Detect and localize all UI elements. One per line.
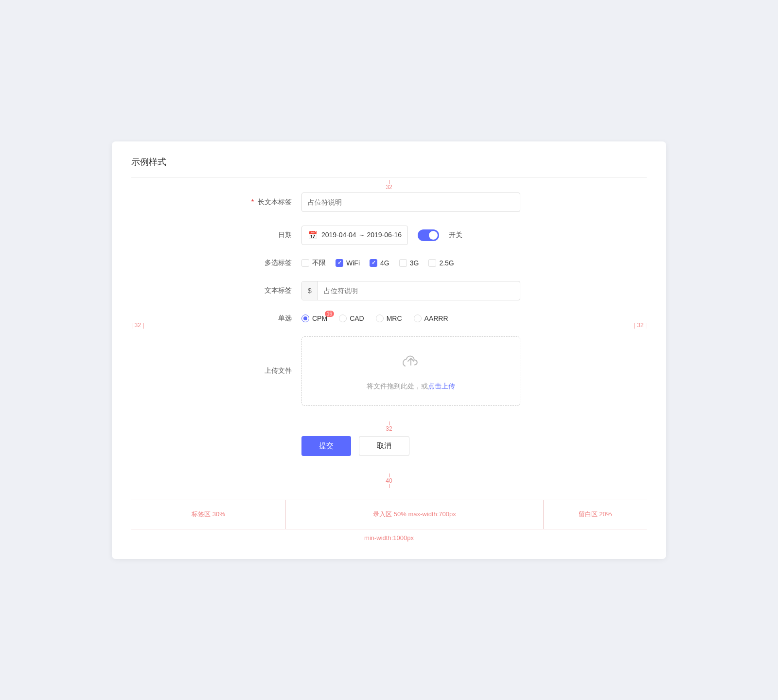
button-row: 提交 取消	[301, 436, 520, 456]
checkbox-unlimited[interactable]: 不限	[301, 259, 326, 267]
radio-circle-aarrr	[414, 315, 422, 322]
form-content: | 32 | | 32 | * 长文本标签 日期	[131, 192, 647, 458]
text-input-control: $	[301, 281, 520, 300]
submit-button[interactable]: 提交	[301, 436, 351, 456]
date-control: 📅 2019-04-04 ～ 2019-06-16 开关	[301, 226, 520, 245]
checkbox-4g[interactable]: 4G	[370, 259, 389, 267]
radio-label-cad: CAD	[350, 315, 364, 322]
radio-group: CPM 16 CAD MRC AARRR	[301, 315, 520, 322]
radio-circle-cpm	[301, 315, 309, 322]
checkbox-3g[interactable]: 3G	[399, 259, 419, 267]
radio-aarrr[interactable]: AARRR	[414, 315, 448, 322]
buttons-control: 提交 取消	[301, 434, 520, 458]
text-input-row: 文本标签 $	[170, 281, 608, 300]
date-row: 日期 📅 2019-04-04 ～ 2019-06-16 开关	[170, 226, 608, 245]
calendar-icon: 📅	[308, 230, 318, 240]
radio-label: 单选	[170, 314, 301, 323]
checkbox-box-unlimited	[301, 259, 309, 267]
radio-label-mrc: MRC	[387, 315, 402, 322]
checkbox-box-3g	[399, 259, 407, 267]
toggle-switch[interactable]	[418, 229, 439, 241]
toggle-label: 开关	[449, 231, 462, 240]
checkbox-group: 不限 WiFi 4G 3G	[301, 259, 520, 267]
radio-control: CPM 16 CAD MRC AARRR	[301, 315, 520, 322]
buttons-row: 提交 取消	[170, 434, 608, 458]
layout-row: 标签区 30% 录入区 50% max-width:700px 留白区 20%	[131, 500, 647, 529]
upload-row: 上传文件 将文件拖到此处，或点击上传	[170, 336, 608, 406]
layout-label30: 标签区 30%	[131, 500, 286, 529]
date-label: 日期	[170, 231, 301, 240]
prefix-text-input[interactable]	[318, 287, 520, 295]
cancel-button[interactable]: 取消	[359, 436, 409, 456]
layout-info: 标签区 30% 录入区 50% max-width:700px 留白区 20%	[131, 500, 647, 529]
spacing-bottom: 40	[131, 472, 647, 490]
checkbox-label: 多选标签	[170, 259, 301, 267]
checkbox-2.5g[interactable]: 2.5G	[428, 259, 454, 267]
page-title: 示例样式	[131, 156, 647, 168]
left-indicator: | 32 |	[131, 322, 144, 329]
right-indicator: | 32 |	[634, 322, 647, 329]
radio-circle-cad	[339, 315, 347, 322]
checkbox-label-2.5g: 2.5G	[439, 259, 454, 267]
inner-card: 32 | 32 | | 32 | * 长文本标签	[131, 177, 647, 544]
date-toggle-area: 📅 2019-04-04 ～ 2019-06-16 开关	[301, 226, 520, 245]
required-star: *	[251, 198, 254, 206]
prefix-input-wrapper: $	[301, 281, 520, 300]
checkbox-row: 多选标签 不限 WiFi 4G	[170, 259, 608, 267]
radio-circle-mrc	[376, 315, 384, 322]
text-input-label: 文本标签	[170, 286, 301, 295]
upload-area[interactable]: 将文件拖到此处，或点击上传	[301, 336, 520, 406]
checkbox-box-2.5g	[428, 259, 436, 267]
checkbox-wifi[interactable]: WiFi	[336, 259, 360, 267]
radio-badge-cpm: 16	[325, 311, 334, 317]
prefix-symbol: $	[302, 281, 318, 300]
radio-row: 单选 CPM 16 CAD	[170, 314, 608, 323]
long-text-label: * 长文本标签	[170, 198, 301, 207]
upload-icon	[401, 351, 421, 375]
checkbox-label-wifi: WiFi	[346, 259, 360, 267]
long-text-control	[301, 192, 520, 212]
checkbox-label-unlimited: 不限	[312, 259, 326, 267]
upload-control: 将文件拖到此处，或点击上传	[301, 336, 520, 406]
checkbox-box-wifi	[336, 259, 343, 267]
layout-label50: 录入区 50% max-width:700px	[286, 500, 544, 529]
upload-link[interactable]: 点击上传	[428, 382, 455, 390]
date-value: 2019-04-04 ～ 2019-06-16	[321, 231, 402, 240]
radio-mrc[interactable]: MRC	[376, 315, 402, 322]
radio-label-aarrr: AARRR	[424, 315, 448, 322]
date-picker[interactable]: 📅 2019-04-04 ～ 2019-06-16	[301, 226, 408, 245]
upload-label: 上传文件	[170, 367, 301, 375]
checkbox-box-4g	[370, 259, 377, 267]
min-width-note: min-width:1000px	[131, 529, 647, 544]
spacing-mid: 32	[170, 420, 608, 434]
spacing-top: 32	[131, 178, 647, 192]
checkbox-label-4g: 4G	[380, 259, 389, 267]
long-text-row: * 长文本标签	[170, 192, 608, 212]
outer-card: 示例样式 32 | 32 | | 32 | * 长文本标签	[112, 141, 666, 559]
checkbox-control: 不限 WiFi 4G 3G	[301, 259, 520, 267]
long-text-input[interactable]	[301, 192, 520, 212]
upload-text: 将文件拖到此处，或点击上传	[367, 382, 455, 391]
checkbox-label-3g: 3G	[410, 259, 419, 267]
layout-label20: 留白区 20%	[544, 500, 647, 529]
radio-cad[interactable]: CAD	[339, 315, 364, 322]
radio-cpm[interactable]: CPM 16	[301, 315, 327, 322]
